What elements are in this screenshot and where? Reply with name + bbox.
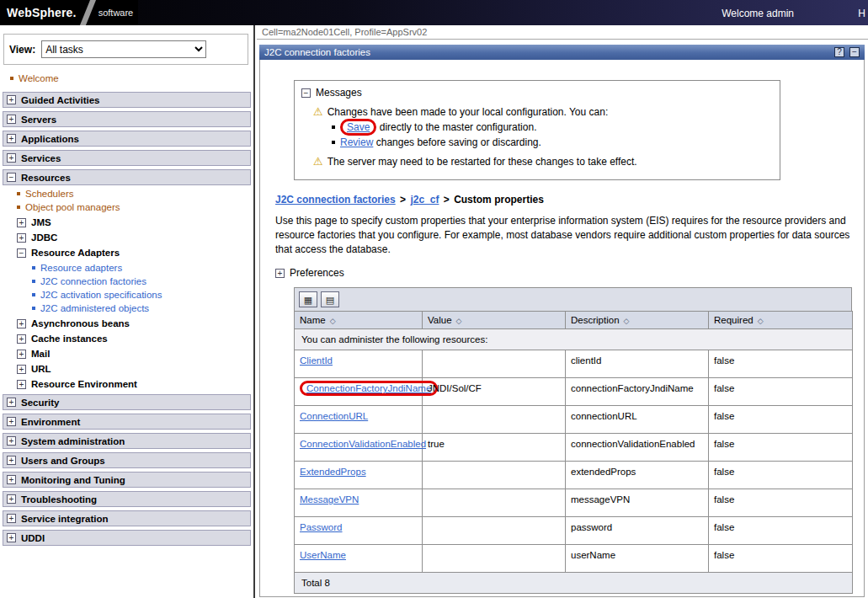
expand-icon[interactable]: +	[7, 95, 16, 104]
expand-icon[interactable]: +	[17, 218, 26, 227]
top-banner: WebSphere. software Welcome admin H	[0, 0, 868, 25]
help-link[interactable]: H	[858, 8, 865, 19]
highlight-oval: ConnectionFactoryJndiName	[300, 381, 438, 396]
expand-icon[interactable]: +	[7, 398, 16, 407]
expand-icon[interactable]: +	[7, 153, 16, 163]
collapse-icon[interactable]: −	[301, 88, 311, 98]
expand-icon[interactable]: +	[7, 115, 16, 124]
sidebar-section-users-and-groups[interactable]: +Users and Groups	[3, 452, 251, 468]
sidebar-link-welcome[interactable]: Welcome	[19, 73, 59, 83]
cell-value	[423, 517, 566, 545]
sidebar-item-resource-adapters[interactable]: Resource adapters	[32, 263, 253, 273]
expand-icon[interactable]: +	[7, 514, 16, 523]
sidebar-section-guided-activities[interactable]: +Guided Activities	[3, 92, 251, 108]
property-link-username[interactable]: UserName	[300, 550, 346, 560]
property-link-connectionvalidationenabled[interactable]: ConnectionValidationEnabled	[300, 439, 426, 449]
expand-icon[interactable]: +	[7, 533, 16, 542]
sort-icon[interactable]: ◇	[624, 317, 630, 325]
sidebar-item-asynchronous-beans[interactable]: +Asynchronous beans	[17, 318, 253, 328]
expand-icon[interactable]: +	[17, 334, 26, 344]
sidebar-link-resource-adapters[interactable]: Resource adapters	[40, 263, 122, 273]
collapse-icon[interactable]: −	[17, 248, 26, 258]
review-link[interactable]: Review	[340, 136, 373, 148]
cell-description: password	[566, 517, 709, 545]
column-header-name[interactable]: Name◇	[295, 312, 423, 329]
sidebar-item-cache-instances[interactable]: +Cache instances	[17, 334, 253, 344]
expand-icon[interactable]: +	[17, 319, 26, 328]
sidebar-section-troubleshooting[interactable]: +Troubleshooting	[3, 491, 251, 507]
expand-icon[interactable]: +	[7, 417, 16, 426]
view-select[interactable]: All tasks	[41, 40, 206, 58]
sidebar-item-url[interactable]: +URL	[17, 364, 253, 374]
bullet-icon	[32, 293, 35, 296]
portlet-help-icon[interactable]: ?	[834, 47, 844, 57]
sidebar-section-label: Servers	[21, 115, 56, 125]
property-link-messagevpn[interactable]: MessageVPN	[300, 494, 359, 505]
bullet-icon	[332, 141, 335, 144]
expand-icon[interactable]: +	[7, 456, 16, 465]
sort-icon[interactable]: ◇	[456, 317, 462, 325]
sidebar-section-applications[interactable]: +Applications	[3, 131, 251, 147]
expand-icon[interactable]: +	[17, 365, 26, 374]
expand-icon[interactable]: +	[7, 475, 16, 484]
property-link-connectionurl[interactable]: ConnectionURL	[300, 411, 368, 421]
portlet-body: − Messages ⚠ Changes have been made to y…	[259, 60, 865, 597]
sort-icon[interactable]: ◇	[758, 317, 764, 325]
expand-icon[interactable]: +	[17, 350, 26, 359]
bullet-icon	[32, 280, 35, 283]
cell-required: false	[709, 434, 853, 462]
sidebar-item-j2c-connection-factories[interactable]: J2C connection factories	[32, 276, 253, 286]
sidebar-item-object-pool-managers[interactable]: Object pool managers	[17, 202, 253, 212]
property-link-connectionfactoryjndiname[interactable]: ConnectionFactoryJndiName	[306, 383, 431, 393]
sidebar-link-schedulers[interactable]: Schedulers	[25, 189, 74, 199]
property-link-clientid[interactable]: ClientId	[300, 355, 333, 366]
sidebar-section-resources[interactable]: −Resources	[3, 169, 251, 185]
sidebar-section-uddi[interactable]: +UDDI	[3, 530, 251, 546]
messages-title: Messages	[316, 87, 362, 99]
sidebar-section-environment[interactable]: +Environment	[3, 414, 251, 430]
preferences-toggle[interactable]: + Preferences	[275, 267, 854, 279]
sidebar-link-j2c-administered-objects[interactable]: J2C administered objects	[40, 303, 149, 313]
sidebar-section-security[interactable]: +Security	[3, 394, 251, 410]
sidebar-section-service-integration[interactable]: +Service integration	[3, 510, 251, 526]
breadcrumb-separator: >	[397, 194, 409, 206]
expand-icon[interactable]: +	[17, 233, 26, 243]
property-link-password[interactable]: Password	[300, 522, 343, 532]
table-row-connectionvalidationenabled: ConnectionValidationEnabledtrueconnectio…	[295, 434, 853, 462]
sidebar-item-resource-adapters[interactable]: −Resource Adapters	[17, 248, 253, 258]
sidebar-item-schedulers[interactable]: Schedulers	[17, 189, 253, 199]
column-header-description[interactable]: Description◇	[566, 312, 709, 329]
portlet-minimize-icon[interactable]: −	[849, 47, 860, 57]
breadcrumb-link-j2c-cf[interactable]: j2c_cf	[410, 194, 439, 206]
sidebar-item-j2c-activation-specifications[interactable]: J2C activation specifications	[32, 290, 253, 300]
cell-required: false	[709, 517, 853, 545]
filter-table-button[interactable]: ▤	[321, 291, 339, 307]
save-link[interactable]: Save	[347, 121, 370, 133]
scroll-table-button[interactable]: ▦	[299, 291, 317, 307]
sidebar-section-system-administration[interactable]: +System administration	[3, 433, 251, 449]
sidebar-item-welcome[interactable]: Welcome	[10, 73, 253, 83]
collapse-icon[interactable]: −	[7, 173, 16, 182]
expand-icon[interactable]: +	[7, 494, 16, 504]
expand-icon[interactable]: +	[7, 134, 16, 143]
expand-icon[interactable]: +	[275, 269, 285, 278]
column-header-required[interactable]: Required◇	[709, 312, 853, 329]
sidebar-link-object-pool-managers[interactable]: Object pool managers	[25, 202, 120, 212]
sidebar-item-mail[interactable]: +Mail	[17, 349, 253, 359]
sidebar-section-monitoring-and-tuning[interactable]: +Monitoring and Tuning	[3, 472, 251, 488]
sidebar-section-label: Applications	[21, 134, 79, 144]
sidebar-item-jdbc[interactable]: +JDBC	[17, 232, 253, 243]
sidebar-section-servers[interactable]: +Servers	[3, 111, 251, 127]
expand-icon[interactable]: +	[17, 380, 26, 389]
sidebar-link-j2c-connection-factories[interactable]: J2C connection factories	[40, 276, 146, 286]
sidebar-item-j2c-administered-objects[interactable]: J2C administered objects	[32, 303, 253, 313]
property-link-extendedprops[interactable]: ExtendedProps	[300, 467, 366, 477]
sidebar-item-jms[interactable]: +JMS	[17, 217, 253, 227]
column-header-value[interactable]: Value◇	[423, 312, 566, 329]
sort-icon[interactable]: ◇	[330, 317, 336, 325]
expand-icon[interactable]: +	[7, 436, 16, 446]
sidebar-link-j2c-activation-specifications[interactable]: J2C activation specifications	[40, 290, 162, 300]
sidebar-section-services[interactable]: +Services	[3, 150, 251, 166]
sidebar-item-resource-environment[interactable]: +Resource Environment	[17, 379, 253, 389]
breadcrumb-link-j2c-connection-factories[interactable]: J2C connection factories	[275, 194, 396, 206]
